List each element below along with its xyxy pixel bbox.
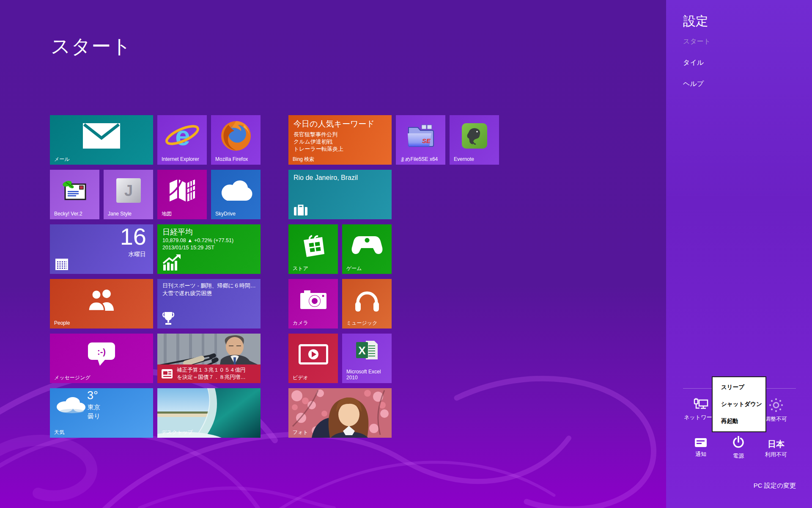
tile-label: Bing 検索 (293, 156, 388, 162)
tile-label: People (54, 320, 150, 326)
tile-travel[interactable]: Rio de Janeiro, Brazil (288, 170, 392, 219)
sports-headline: 日刊スポーツ - 鵬翔、帰郷に６時間…大雪で遅れ疲労困憊 (162, 282, 256, 297)
tile-store[interactable]: ストア (288, 224, 338, 274)
tile-desktop[interactable]: デスクトップ (157, 388, 261, 438)
becky-mail-icon (62, 180, 88, 201)
trophy-icon (162, 312, 174, 325)
network-icon (693, 398, 708, 411)
tile-label: ゲーム (346, 265, 388, 271)
quick-setting-label: 通知 (682, 450, 720, 458)
game-controller-icon (351, 234, 383, 256)
svg-text::-): :-) (97, 347, 106, 356)
svg-text:J: J (124, 182, 132, 199)
mail-icon (83, 123, 120, 149)
tile-bing-news[interactable]: 今日の人気キーワード 長官狙撃事件公判 クルム伊達初戦 トレーラー転落炎上 Bi… (288, 115, 392, 165)
cloud-weather-icon (56, 393, 86, 414)
brightness-icon (768, 398, 784, 412)
tile-label: ストア (293, 265, 335, 271)
tile-label: フォト (293, 429, 388, 435)
tile-jane-style[interactable]: J Jane Style (104, 170, 153, 219)
tile-label: ミュージック (346, 320, 388, 326)
page-title: スタート (51, 33, 132, 60)
settings-panel: 設定 スタート タイル ヘルプ スリープ シャットダウン 再起動 ネットワーク (666, 0, 812, 508)
tile-label: Microsoft Excel 2010 (346, 369, 388, 381)
quick-setting-language[interactable]: 日本 利用不可 (757, 439, 795, 458)
tile-label: メッセージング (54, 375, 150, 381)
briefcase-icon (294, 204, 308, 216)
tile-calendar[interactable]: 16 水曜日 (50, 224, 153, 274)
tile-evernote[interactable]: Evernote (450, 115, 499, 165)
stock-index-name: 日経平均 (162, 227, 193, 237)
tile-photos[interactable]: フォト (288, 388, 392, 438)
weather-temperature: 3° (87, 389, 98, 402)
tile-label: メール (54, 156, 150, 162)
tile-becky[interactable]: Becky! Ver.2 (50, 170, 99, 219)
quick-setting-label: 電源 (719, 452, 757, 460)
tile-label: まめFile5SE x64 (400, 156, 442, 162)
tile-label: デスクトップ (162, 429, 257, 435)
weather-condition: 曇り (88, 412, 100, 420)
jane-style-icon: J (116, 178, 141, 203)
svg-text:SE: SE (422, 137, 431, 144)
tile-mamefile[interactable]: SE まめFile5SE x64 (396, 115, 445, 165)
tile-firefox[interactable]: Mozilla Firefox (211, 115, 261, 165)
power-menu-item-shutdown[interactable]: シャットダウン (713, 396, 765, 413)
tile-news-photo[interactable]: 補正予算１３兆１０５４億円 を決定＝国債７．８兆円増… (157, 334, 261, 383)
bing-keyword: 長官狙撃事件公判 (294, 131, 337, 138)
stock-chart-icon (162, 254, 181, 271)
news-headline: 補正予算１３兆１０５４億円 を決定＝国債７．８兆円増… (177, 367, 246, 381)
tile-mail[interactable]: メール (50, 115, 153, 165)
settings-panel-title: 設定 (683, 13, 708, 30)
bing-keyword: クルム伊達初戦 (294, 138, 332, 146)
tile-weather[interactable]: 3° 東京 曇り 天気 (50, 388, 153, 438)
settings-item-tiles[interactable]: タイル (683, 58, 704, 67)
tile-label: カメラ (293, 320, 335, 326)
tile-label: ビデオ (293, 375, 335, 381)
tile-label: 天気 (54, 429, 150, 435)
settings-item-start[interactable]: スタート (683, 37, 710, 46)
quick-setting-power[interactable]: 電源 (719, 436, 757, 460)
tile-excel[interactable]: X Microsoft Excel 2010 (342, 334, 392, 383)
tile-label: Jane Style (108, 211, 150, 217)
change-pc-settings-link[interactable]: PC 設定の変更 (754, 482, 796, 490)
travel-destination: Rio de Janeiro, Brazil (294, 174, 358, 182)
tile-nikkan-sports[interactable]: 日刊スポーツ - 鵬翔、帰郷に６時間…大雪で遅れ疲労困憊 (157, 279, 261, 329)
tile-label: Mozilla Firefox (215, 156, 257, 162)
map-icon (169, 179, 195, 202)
tile-skydrive[interactable]: SkyDrive (211, 170, 261, 219)
tile-maps[interactable]: 地図 (157, 170, 207, 219)
power-menu-item-sleep[interactable]: スリープ (713, 379, 765, 396)
evernote-icon (462, 123, 487, 149)
power-icon (732, 436, 745, 449)
tile-messaging[interactable]: :-) メッセージング (50, 334, 153, 383)
svg-text:e: e (175, 121, 190, 151)
stock-timestamp: 2013/01/15 15:29 JST (162, 245, 214, 251)
tile-people[interactable]: People (50, 279, 153, 329)
camera-icon (300, 290, 327, 310)
language-value: 日本 (757, 439, 795, 450)
power-menu-item-restart[interactable]: 再起動 (713, 413, 765, 430)
calendar-icon (55, 258, 69, 271)
internet-explorer-icon: e (164, 118, 200, 154)
tile-label: SkyDrive (215, 211, 257, 217)
settings-item-help[interactable]: ヘルプ (683, 80, 704, 88)
firefox-icon (220, 120, 252, 152)
tile-internet-explorer[interactable]: e Internet Explorer (157, 115, 207, 165)
tile-nikkei-finance[interactable]: 日経平均 10,879.08 ▲ +0.72% (+77.51) 2013/01… (157, 224, 261, 274)
tile-label: Internet Explorer (162, 156, 203, 162)
tile-music[interactable]: ミュージック (342, 279, 392, 329)
folder-icon: SE (407, 124, 434, 148)
tile-video[interactable]: ビデオ (288, 334, 338, 383)
newspaper-icon (161, 368, 173, 379)
tile-label: 地図 (162, 211, 203, 217)
chat-bubble-icon: :-) (88, 342, 115, 367)
cloud-icon (219, 179, 253, 202)
tile-label: Becky! Ver.2 (54, 211, 96, 217)
tile-games[interactable]: ゲーム (342, 224, 392, 274)
power-menu: スリープ シャットダウン 再起動 (712, 376, 766, 432)
calendar-day: 16 (120, 224, 146, 250)
tile-camera[interactable]: カメラ (288, 279, 338, 329)
notifications-icon (694, 438, 707, 447)
store-icon (301, 233, 326, 257)
quick-setting-notifications[interactable]: 通知 (682, 438, 720, 458)
